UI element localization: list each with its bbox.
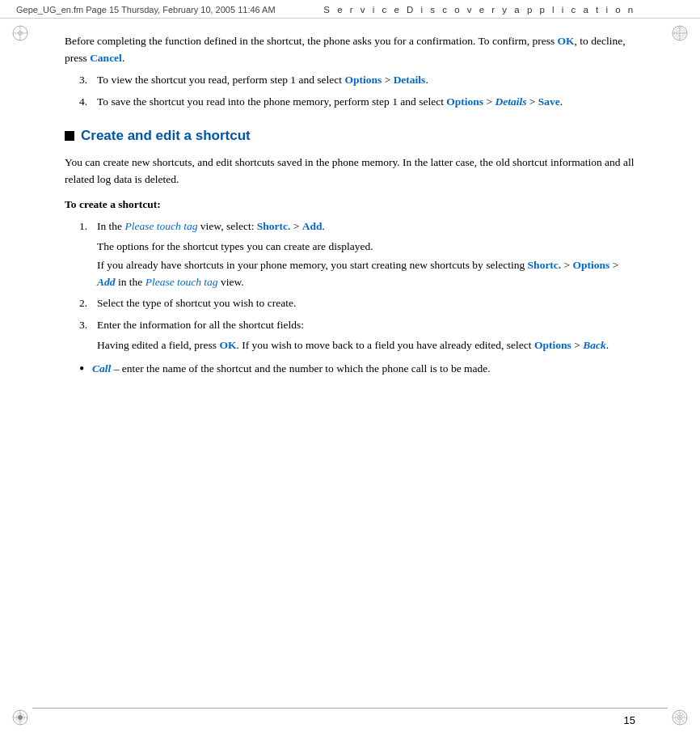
details-link-4: Details <box>495 95 526 108</box>
step-content-2: Select the type of shortcut you wish to … <box>97 295 635 312</box>
corner-decoration-br <box>671 709 689 726</box>
ok-label: OK <box>558 35 575 47</box>
footer-page-number: 15 <box>624 714 635 726</box>
top-numbered-list: 3. To view the shortcut you read, perfor… <box>79 72 635 111</box>
bullet-list: • Call – enter the name of the shortcut … <box>79 361 635 379</box>
section-square-icon <box>65 131 74 141</box>
add-link-1: Add <box>302 220 323 232</box>
intro-paragraph: Before completing the function defined i… <box>65 33 635 67</box>
section-body-para: You can create new shortcuts, and edit s… <box>65 154 635 188</box>
item-content-3: To view the shortcut you read, perform s… <box>97 72 635 89</box>
header-section-title: S e r v i c e D i s c o v e r y a p p l … <box>276 5 684 15</box>
bullet-dot-icon: • <box>79 361 92 379</box>
options-link-3: Options <box>344 74 382 86</box>
options-link-sub: Options <box>573 259 610 271</box>
call-label: Call <box>92 362 111 374</box>
shortc-link-sub: Shortc. <box>528 259 562 271</box>
item-number-3: 3. <box>79 72 97 89</box>
cancel-label: Cancel <box>90 52 122 64</box>
please-touch-tag-sub: Please touch tag <box>145 276 218 288</box>
ok-link-step3: OK <box>219 339 236 351</box>
step-2: 2. Select the type of shortcut you wish … <box>79 295 635 312</box>
page-container: Gepe_UG_en.fm Page 15 Thursday, February… <box>0 0 700 749</box>
step-3: 3. Enter the information for all the sho… <box>79 317 635 354</box>
item-number-4: 4. <box>79 94 97 111</box>
back-link-step3: Back <box>583 339 606 351</box>
footer-line <box>32 708 668 709</box>
step-number-3: 3. <box>79 317 97 354</box>
save-link-4: Save <box>538 95 560 108</box>
options-link-4: Options <box>446 95 483 108</box>
list-item-3: 3. To view the shortcut you read, perfor… <box>79 72 635 89</box>
please-touch-tag-1: Please touch tag <box>125 220 198 232</box>
bullet-content-call: Call – enter the name of the shortcut an… <box>92 361 635 379</box>
corner-decoration-tl <box>11 24 29 42</box>
step-content-1: In the Please touch tag view, select: Sh… <box>97 218 635 291</box>
list-item-4: 4. To save the shortcut you read into th… <box>79 94 635 111</box>
add-link-sub: Add <box>97 276 116 288</box>
step-content-3: Enter the information for all the shortc… <box>97 317 635 354</box>
corner-decoration-tr <box>671 24 689 42</box>
item-content-4: To save the shortcut you read into the p… <box>97 94 635 111</box>
shortc-link-1: Shortc. <box>257 220 291 232</box>
sub-heading-create: To create a shortcut: <box>65 197 635 214</box>
step-1: 1. In the Please touch tag view, select:… <box>79 218 635 291</box>
bullet-item-call: • Call – enter the name of the shortcut … <box>79 361 635 379</box>
intro-text-end: . <box>122 52 124 64</box>
svg-point-14 <box>18 715 23 720</box>
header-file-info: Gepe_UG_en.fm Page 15 Thursday, February… <box>16 5 276 15</box>
section-heading: Create and edit a shortcut <box>65 125 635 146</box>
header-bar: Gepe_UG_en.fm Page 15 Thursday, February… <box>0 0 700 19</box>
options-link-step3: Options <box>534 339 571 351</box>
step-number-1: 1. <box>79 218 97 291</box>
details-link-3: Details <box>394 74 426 86</box>
corner-decoration-bl <box>11 709 29 726</box>
section-title: Create and edit a shortcut <box>81 125 251 146</box>
steps-list: 1. In the Please touch tag view, select:… <box>79 218 635 354</box>
step-number-2: 2. <box>79 295 97 312</box>
intro-text-before-ok: Before completing the function defined i… <box>65 35 558 47</box>
main-content: Before completing the function defined i… <box>0 19 700 398</box>
